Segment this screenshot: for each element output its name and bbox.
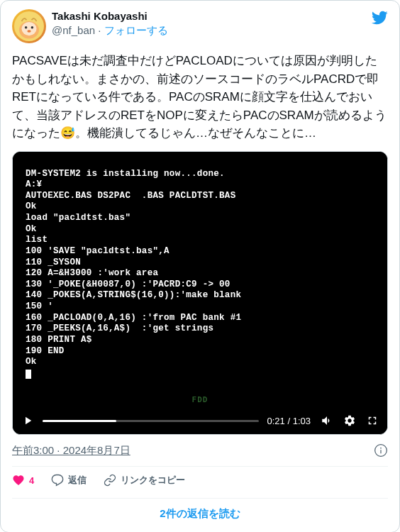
tweet-header: Takashi Kobayashi @nf_ban · フォローする: [12, 9, 388, 43]
copy-link-label: リンクをコピー: [121, 474, 185, 487]
settings-icon[interactable]: [343, 414, 356, 427]
video-media: DM-SYSTEM2 is installing now...done. A:¥…: [12, 151, 388, 436]
svg-point-2: [22, 22, 37, 35]
separator: ·: [98, 24, 104, 36]
svg-point-3: [25, 26, 28, 29]
volume-icon[interactable]: [321, 414, 333, 427]
video-progress-fill: [43, 420, 116, 422]
header-left: Takashi Kobayashi @nf_ban · フォローする: [12, 9, 168, 43]
handle[interactable]: @nf_ban: [52, 24, 95, 36]
video-controls-left: [21, 414, 34, 427]
terminal-content: DM-SYSTEM2 is installing now...done. A:¥…: [26, 169, 241, 367]
display-name[interactable]: Takashi Kobayashi: [52, 9, 168, 23]
avatar-image: [14, 11, 44, 41]
twitter-logo-icon[interactable]: [371, 9, 388, 26]
svg-point-7: [380, 448, 382, 449]
follow-link[interactable]: フォローする: [104, 24, 168, 36]
handle-row: @nf_ban · フォローする: [52, 23, 168, 38]
heart-icon: [12, 474, 25, 487]
svg-point-5: [27, 30, 30, 33]
video-controls: 0:21 / 1:03: [13, 407, 387, 434]
reply-label: 返信: [68, 474, 87, 487]
reply-button[interactable]: 返信: [51, 474, 87, 487]
fdd-indicator: FDD: [192, 395, 209, 404]
info-icon[interactable]: [374, 443, 388, 458]
terminal-screen: DM-SYSTEM2 is installing now...done. A:¥…: [13, 152, 387, 408]
meta-row: 午前3:00 · 2024年8月7日: [12, 443, 388, 458]
tweet-card: Takashi Kobayashi @nf_ban · フォローする PACSA…: [0, 0, 400, 532]
actions-bar: 4 返信 リンクをコピー: [12, 467, 388, 489]
play-icon[interactable]: [21, 414, 34, 427]
svg-point-4: [31, 26, 34, 29]
user-info: Takashi Kobayashi @nf_ban · フォローする: [52, 9, 168, 37]
link-icon: [104, 474, 116, 487]
fullscreen-icon[interactable]: [366, 414, 379, 427]
like-count: 4: [29, 475, 34, 486]
read-replies-link[interactable]: 2件の返信を読む: [160, 507, 240, 519]
timestamp-link[interactable]: 午前3:00 · 2024年8月7日: [12, 444, 130, 458]
copy-link-button[interactable]: リンクをコピー: [104, 474, 185, 487]
video-progress-bar[interactable]: [43, 420, 259, 422]
cursor-icon: [26, 370, 31, 379]
video-time: 0:21 / 1:03: [267, 416, 311, 426]
tweet-text: PACSAVEは未だ調査中だけどPACLOADについては原因が判明したかもしれな…: [12, 52, 388, 143]
read-replies: 2件の返信を読む: [12, 499, 388, 523]
avatar[interactable]: [12, 9, 46, 43]
video-controls-right: 0:21 / 1:03: [267, 414, 379, 427]
like-button[interactable]: 4: [12, 474, 34, 487]
reply-icon: [51, 474, 64, 487]
